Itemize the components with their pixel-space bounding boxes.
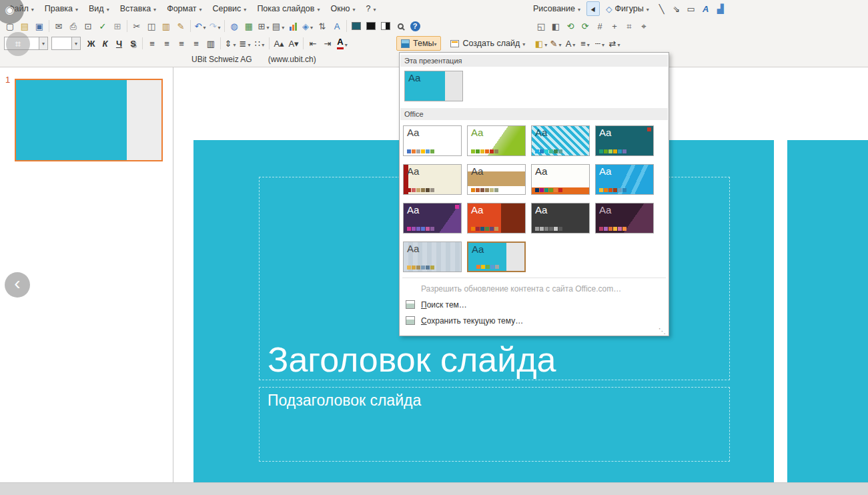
align-left-icon[interactable]: ≡ [145, 36, 159, 51]
italic-button[interactable]: К [98, 36, 112, 51]
line-icon[interactable]: ╲ [655, 1, 669, 16]
line-width-icon[interactable]: ≡ [578, 36, 592, 51]
undo-icon[interactable]: ↶ [193, 19, 207, 33]
research-icon[interactable]: ⊞ [111, 19, 124, 33]
edit-chart-icon[interactable]: ▦ [242, 19, 256, 33]
overlay-back-button[interactable]: ‹ [5, 272, 30, 298]
rotate-right-icon[interactable]: ⟳ [578, 19, 592, 33]
decrease-font-icon[interactable]: A▾ [287, 36, 300, 51]
insert-chart-icon[interactable]: ▟ [714, 1, 727, 16]
menu-item-edit[interactable]: Правка [39, 0, 83, 17]
copy-icon[interactable]: ◫ [145, 19, 158, 33]
shape-fill-icon[interactable]: ◧ [534, 36, 548, 51]
dash-style-icon[interactable]: ┄ [593, 36, 606, 51]
crop-icon[interactable]: ⌗ [622, 19, 636, 33]
font-size-select[interactable] [51, 37, 81, 50]
email-icon[interactable]: ✉ [52, 19, 65, 33]
redo-icon[interactable]: ↷ [208, 19, 222, 33]
color-view-grayscale-icon[interactable] [379, 19, 392, 33]
align-right-icon[interactable]: ≡ [175, 36, 188, 51]
theme-thumbnail-12[interactable]: Aa [595, 203, 654, 233]
fit-icon[interactable]: ⌖ [637, 19, 650, 33]
theme-thumbnail-3[interactable]: Aa [531, 125, 590, 156]
color-view-color-icon[interactable] [350, 19, 363, 33]
justify-icon[interactable]: ≡ [189, 36, 203, 51]
borders-icon[interactable]: ▤ [272, 19, 285, 33]
font-color-button[interactable]: А [336, 36, 349, 51]
drawing-menu[interactable]: Рисование [528, 0, 586, 17]
menu-item-view[interactable]: Вид [83, 0, 115, 17]
save-icon[interactable]: ▣ [33, 19, 46, 33]
align-objects-icon[interactable]: ◧ [549, 19, 562, 33]
highlight-icon[interactable]: A [330, 19, 344, 33]
theme-thumbnail-1[interactable]: Aa [403, 125, 462, 156]
shape-outline-icon[interactable]: ✎ [549, 36, 562, 51]
theme-thumbnail-14[interactable]: Aa [467, 241, 526, 272]
standard-toolbar: ▢▤▣✉⎙⊡✓⊞✂◫▥✎↶↷◍▦⊞▤◈⇅A? ◱◧⟲⟳#+⌗⌖ [0, 17, 868, 35]
chart-icon[interactable] [286, 19, 300, 33]
theme-thumbnail-10[interactable]: Aa [467, 203, 526, 233]
slide-thumbnail[interactable] [15, 79, 163, 161]
menu-item-insert[interactable]: Вставка [115, 0, 161, 17]
numbered-list-icon[interactable]: ≣ [238, 36, 252, 51]
rows-columns-icon[interactable]: ⇅ [316, 19, 329, 33]
arrow-style-icon[interactable]: ⇄ [608, 36, 621, 51]
theme-thumbnail-9[interactable]: Aa [403, 203, 462, 233]
group-objects-icon[interactable]: ◱ [534, 19, 548, 33]
rotate-left-icon[interactable]: ⟲ [564, 19, 577, 33]
theme-thumbnail-13[interactable]: Aa [403, 241, 462, 272]
menu-item-tools[interactable]: Сервис [207, 0, 252, 17]
print-preview-icon[interactable]: ⊡ [81, 19, 95, 33]
theme-thumbnail-11[interactable]: Aa [531, 203, 590, 233]
help-icon[interactable]: ? [408, 19, 422, 33]
arrow-icon[interactable]: ⇘ [670, 1, 683, 16]
menu-item-help[interactable]: ? [361, 0, 382, 17]
underline-button[interactable]: Ч [112, 36, 126, 51]
columns-icon[interactable]: ▥ [204, 36, 218, 51]
text-shadow-button[interactable]: S [126, 36, 140, 51]
textbox-icon[interactable]: ▭ [685, 1, 698, 16]
overlay-crop-button[interactable]: ⌗ [6, 32, 30, 56]
open-icon[interactable]: ▤ [18, 19, 31, 33]
theme-thumbnail-4[interactable]: Aa [595, 125, 654, 156]
zoom-icon[interactable] [394, 19, 407, 33]
move-icon[interactable]: + [608, 19, 621, 33]
wordart-icon[interactable]: A [699, 1, 713, 16]
align-center-icon[interactable]: ≡ [160, 36, 173, 51]
color-view-black-icon[interactable] [364, 19, 378, 33]
hyperlink-icon[interactable]: ◍ [228, 19, 241, 33]
select-tool-button[interactable]: ► [586, 1, 600, 16]
wordart-styles-icon[interactable]: А [564, 36, 577, 51]
smartart-icon[interactable]: ◈ [301, 19, 314, 33]
increase-indent-icon[interactable]: ⇥ [321, 36, 334, 51]
save-current-theme-link[interactable]: Сохранить текущую тему… [400, 313, 669, 329]
snap-grid-icon[interactable]: # [593, 19, 606, 33]
print-icon[interactable]: ⎙ [67, 19, 80, 33]
resize-grip[interactable] [659, 327, 666, 336]
new-slide-button[interactable]: Создать слайд [446, 36, 529, 51]
paste-icon[interactable]: ▥ [159, 19, 173, 33]
cut-icon[interactable]: ✂ [130, 19, 143, 33]
bold-button[interactable]: Ж [84, 36, 98, 51]
insert-table-icon[interactable]: ⊞ [257, 19, 270, 33]
menu-item-slideshow[interactable]: Показ слайдов [252, 0, 325, 17]
theme-thumbnail-6[interactable]: Aa [467, 164, 526, 195]
theme-thumbnail-2[interactable]: Aa [467, 125, 526, 156]
menu-item-window[interactable]: Окно [325, 0, 360, 17]
theme-thumbnail-7[interactable]: Aa [531, 164, 590, 195]
subtitle-placeholder[interactable]: Подзаголовок слайда [259, 387, 730, 462]
format-painter-icon[interactable]: ✎ [174, 19, 187, 33]
shapes-menu[interactable]: ◇ Фигуры [600, 0, 655, 17]
increase-font-icon[interactable]: A▴ [272, 36, 286, 51]
theme-thumbnail-5[interactable]: Aa [403, 164, 462, 195]
decrease-indent-icon[interactable]: ⇤ [306, 36, 320, 51]
menu-item-format[interactable]: Формат [161, 0, 207, 17]
theme-sample-text: Aa [407, 165, 419, 177]
spelling-icon[interactable]: ✓ [96, 19, 109, 33]
browse-themes-link[interactable]: Поиск тем… [400, 297, 669, 313]
theme-thumbnail-8[interactable]: Aa [595, 164, 654, 195]
line-spacing-icon[interactable]: ⇕ [224, 36, 237, 51]
themes-button[interactable]: Темы [396, 36, 441, 51]
bulleted-list-icon[interactable]: ∷ [253, 36, 266, 51]
browse-themes-icon [406, 300, 415, 309]
